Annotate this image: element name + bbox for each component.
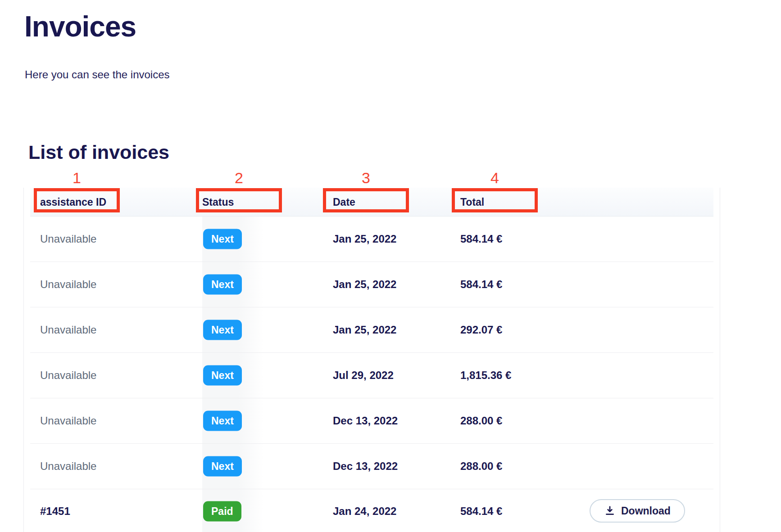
table-row: Unavailable Next Dec 13, 2022 288.00 € [30, 444, 713, 489]
invoice-total: 584.14 € [460, 233, 502, 245]
download-button[interactable]: Download [590, 499, 685, 523]
download-icon [604, 505, 616, 517]
invoice-total: 584.14 € [460, 278, 502, 291]
annotation-number-2: 2 [196, 169, 282, 187]
assistance-id-value: Unavailable [40, 324, 96, 336]
invoice-total: 584.14 € [460, 505, 502, 518]
table-row: #1451 Paid Jan 24, 2022 584.14 € Downloa… [30, 489, 713, 532]
assistance-id-value: Unavailable [40, 415, 96, 427]
column-header-total: Total [460, 196, 484, 208]
invoice-date: Dec 13, 2022 [333, 415, 398, 427]
assistance-id-value: Unavailable [40, 460, 96, 473]
table-row: Unavailable Next Jan 25, 2022 584.14 € [30, 262, 713, 307]
annotation-number-4: 4 [452, 169, 538, 187]
assistance-id-value: Unavailable [40, 278, 96, 291]
annotation-number-3: 3 [323, 169, 409, 187]
invoice-total: 292.07 € [460, 324, 502, 336]
assistance-id-value: Unavailable [40, 233, 96, 245]
status-badge: Next [203, 456, 242, 477]
page-title: Invoices [24, 10, 136, 43]
invoice-total: 288.00 € [460, 460, 502, 473]
download-button-label: Download [621, 505, 671, 517]
page-subtitle: Here you can see the invoices [25, 68, 170, 81]
invoice-table-card: assistance ID Status Date Total Unavaila… [23, 188, 720, 532]
table-row: Unavailable Next Jul 29, 2022 1,815.36 € [30, 353, 713, 398]
status-badge: Next [203, 411, 242, 431]
invoice-total: 1,815.36 € [460, 369, 511, 382]
invoice-date: Jan 25, 2022 [333, 233, 396, 245]
invoices-page: Invoices Here you can see the invoices L… [0, 0, 781, 532]
status-badge: Paid [203, 501, 241, 522]
invoice-date: Dec 13, 2022 [333, 460, 398, 473]
invoice-date: Jan 25, 2022 [333, 324, 396, 336]
section-title: List of invoices [28, 141, 169, 163]
invoice-date: Jul 29, 2022 [333, 369, 394, 382]
invoice-table-header: assistance ID Status Date Total [30, 188, 713, 216]
table-row: Unavailable Next Jan 25, 2022 584.14 € [30, 216, 713, 262]
status-badge: Next [203, 365, 242, 386]
table-row: Unavailable Next Jan 25, 2022 292.07 € [30, 307, 713, 353]
invoice-date: Jan 25, 2022 [333, 278, 396, 291]
column-header-date: Date [333, 196, 355, 208]
status-badge: Next [203, 320, 242, 340]
table-row: Unavailable Next Dec 13, 2022 288.00 € [30, 398, 713, 444]
assistance-id-value: Unavailable [40, 369, 96, 382]
invoice-total: 288.00 € [460, 415, 502, 427]
status-badge: Next [203, 229, 242, 249]
annotation-number-1: 1 [34, 169, 120, 187]
status-badge: Next [203, 275, 242, 295]
column-header-status: Status [202, 196, 234, 208]
assistance-id-value: #1451 [40, 505, 70, 518]
invoice-date: Jan 24, 2022 [333, 505, 396, 518]
column-header-assistance-id: assistance ID [40, 196, 106, 208]
